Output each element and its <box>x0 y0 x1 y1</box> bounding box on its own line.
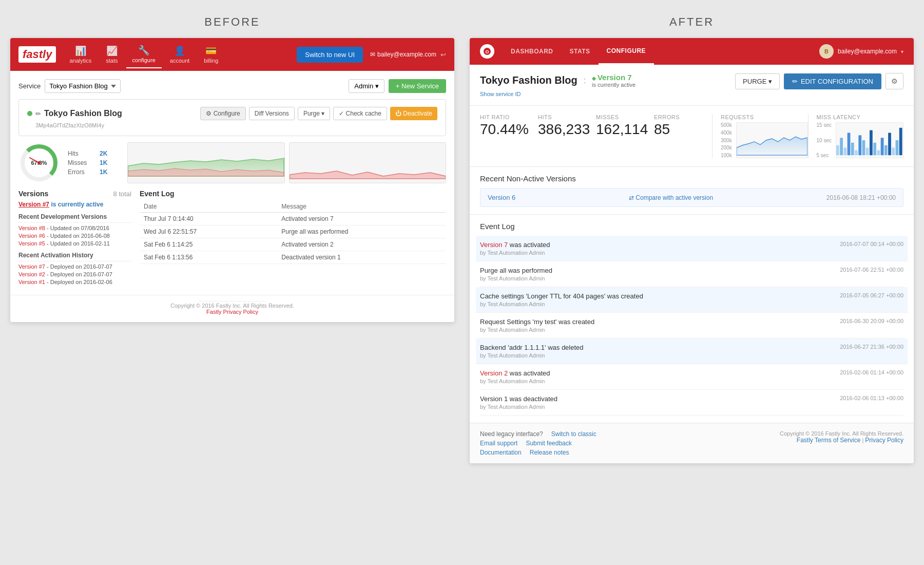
version-6-name: Version 6 <box>488 194 515 201</box>
red-chart-container <box>289 142 447 183</box>
activation-title: Recent Activation History <box>18 252 131 261</box>
old-service-bar: Service Tokyo Fashion Blog Admin ▾ + New… <box>18 79 446 93</box>
stats-icon: 📈 <box>106 45 118 56</box>
event-content: Request Settings 'my test' was created b… <box>480 318 594 333</box>
submit-feedback-link[interactable]: Submit feedback <box>526 440 571 447</box>
miss-latency-chart-container <box>836 122 903 158</box>
old-nav-billing[interactable]: 💳 billing <box>198 41 224 68</box>
before-label: BEFORE <box>10 15 454 29</box>
new-footer: Need legacy interface? Switch to classic… <box>470 423 914 463</box>
old-nav-stats[interactable]: 📈 stats <box>100 41 124 68</box>
dev-version-6[interactable]: Version #6 - Updated on 2016-06-08 <box>18 233 131 239</box>
configure-icon: 🔧 <box>138 45 149 56</box>
privacy-policy-link[interactable]: Privacy Policy <box>865 437 903 444</box>
event-content: Purge all was performed by Test Automati… <box>480 267 552 281</box>
svg-marker-10 <box>737 137 807 155</box>
old-privacy-link[interactable]: Fastly Privacy Policy <box>199 301 265 322</box>
old-nav-configure[interactable]: 🔧 configure <box>126 41 162 68</box>
email-support-link[interactable]: Email support <box>480 440 517 447</box>
event-main: Version 2 was activated <box>480 369 550 377</box>
new-event-log: Event Log Version 7 was activated by Tes… <box>470 215 914 423</box>
version-active-text: Version #7 is currently active <box>18 201 131 208</box>
hits-value: 2K <box>100 150 107 157</box>
event-date: 2016-07-07 00:14 +00:00 <box>840 241 903 247</box>
old-nav-account-label: account <box>170 58 190 64</box>
act-version-7[interactable]: Version #7 - Deployed on 2016-07-07 <box>18 263 131 270</box>
event-version-link[interactable]: Version 7 <box>480 241 508 249</box>
new-footer-row-2: Email support Submit feedback <box>480 440 596 447</box>
area-chart-svg <box>128 143 284 181</box>
purge-button[interactable]: Purge ▾ <box>298 107 330 120</box>
svg-text:O: O <box>485 49 489 54</box>
old-stats-list: Hits 2K Misses 1K Errors 1K <box>68 150 107 176</box>
hits-block: HITS 386,233 <box>538 114 596 158</box>
act-version-1[interactable]: Version #1 - Deployed on 2016-02-06 <box>18 279 131 285</box>
old-nav-signout-icon[interactable]: ↩ <box>440 51 446 59</box>
fastly-circle-icon: O <box>483 47 491 55</box>
show-service-id-link[interactable]: Show service ID <box>480 91 636 97</box>
compare-link[interactable]: ⇄ Compare with active version <box>629 194 713 201</box>
event-message: Deactivated version 1 <box>277 251 446 264</box>
new-nav-dashboard[interactable]: DASHBOARD <box>503 38 562 65</box>
event-message: Purge all was performed <box>277 225 446 238</box>
configure-button[interactable]: ⚙ Configure <box>200 107 246 120</box>
old-nav-analytics-label: analytics <box>69 58 91 64</box>
admin-button[interactable]: Admin ▾ <box>349 79 384 93</box>
diff-versions-button[interactable]: Diff Versions <box>249 107 295 120</box>
miss-latency-area: 15 sec 10 sec 5 sec <box>817 122 904 158</box>
new-nav-configure[interactable]: CONFIGURE <box>599 38 654 65</box>
event-message: Activated version 7 <box>277 213 446 225</box>
versions-count: 8 total <box>113 190 131 198</box>
new-service-button[interactable]: + New Service <box>389 79 446 93</box>
new-version-badge: Version 7 is currently active <box>592 73 636 88</box>
check-cache-button[interactable]: ✓ Check cache <box>333 107 387 120</box>
settings-gear-button[interactable]: ⚙ <box>886 73 903 89</box>
new-event-item: Request Settings 'my test' was created b… <box>480 313 903 338</box>
switch-new-ui-button[interactable]: Switch to new UI <box>297 47 363 63</box>
new-service-header: Tokyo Fashion Blog : Version 7 is curren… <box>470 65 914 106</box>
old-nav-analytics[interactable]: 📊 analytics <box>63 41 98 68</box>
active-version-link[interactable]: Version #7 <box>18 201 49 208</box>
new-versions-section: Recent Non-Active Versions Version 6 ⇄ C… <box>470 167 914 215</box>
svg-rect-26 <box>892 148 895 156</box>
event-content: Version 7 was activated by Test Automati… <box>480 241 550 256</box>
service-bar-actions: Admin ▾ + New Service <box>349 79 446 93</box>
separator: : <box>584 76 586 85</box>
dev-version-5[interactable]: Version #5 - Updated on 2016-02-11 <box>18 240 131 247</box>
event-date: Wed Jul 6 22:51:57 <box>140 225 277 238</box>
misses-value: 1K <box>100 159 107 166</box>
old-bottom: Versions 8 total Version #7 is currently… <box>18 190 446 287</box>
account-icon: 👤 <box>174 45 185 56</box>
event-version-link[interactable]: Version 2 <box>480 369 508 377</box>
check-icon: ✓ <box>339 110 344 117</box>
new-purge-button[interactable]: PURGE ▾ <box>735 73 780 89</box>
old-nav-email: ✉ bailey@example.com <box>370 51 436 58</box>
event-log-title: Event Log <box>140 190 446 198</box>
billing-icon: 💳 <box>205 45 217 56</box>
terms-of-service-link[interactable]: Fastly Terms of Service <box>797 437 860 444</box>
versions-section-title: Versions 8 total <box>18 190 131 198</box>
new-footer-links: Fastly Terms of Service | Privacy Policy <box>780 437 903 444</box>
errors-stat: Errors 1K <box>68 168 107 176</box>
active-status-dot <box>27 111 32 116</box>
act-version-2[interactable]: Version #2 - Deployed on 2016-07-07 <box>18 271 131 277</box>
before-panel: fastly 📊 analytics 📈 stats 🔧 configure <box>10 38 454 322</box>
old-service-name: Tokyo Fashion Blog <box>44 109 122 118</box>
page-wrapper: BEFORE fastly 📊 analytics 📈 stats 🔧 <box>0 0 924 479</box>
service-select[interactable]: Tokyo Fashion Blog <box>45 79 121 93</box>
release-notes-link[interactable]: Release notes <box>530 449 569 456</box>
deactivate-button[interactable]: ⏻ Deactivate <box>390 107 437 120</box>
documentation-link[interactable]: Documentation <box>480 449 522 456</box>
errors-block: ERRORS 85 <box>654 114 712 158</box>
new-nav-stats[interactable]: STATS <box>562 38 599 65</box>
event-main: Version 1 was deactivated <box>480 395 557 403</box>
edit-config-button[interactable]: ✏ EDIT CONFIGURATION <box>784 73 881 89</box>
red-chart-svg <box>290 143 446 181</box>
switch-classic-link[interactable]: Switch to classic <box>551 430 596 438</box>
dev-version-8[interactable]: Version #8 - Updated on 07/08/2016 <box>18 225 131 231</box>
old-nav-account[interactable]: 👤 account <box>164 41 196 68</box>
event-main: Request Settings 'my test' was created <box>480 318 594 326</box>
new-event-item: Version 7 was activated by Test Automati… <box>476 236 908 261</box>
new-nav-email: bailey@example.com <box>838 48 897 55</box>
event-date: Thur Jul 7 0:14:40 <box>140 213 277 225</box>
